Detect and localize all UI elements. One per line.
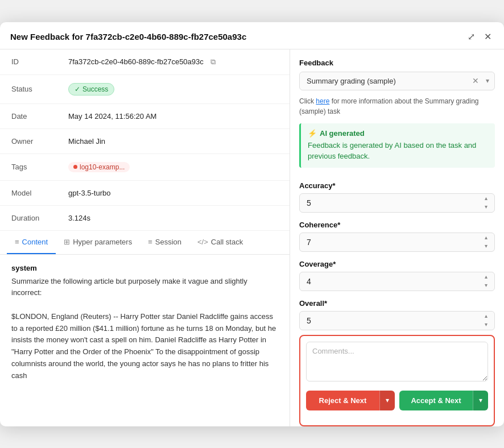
modal-header: New Feedback for 7fa372cb-c2e0-4b60-889c… — [0, 22, 504, 49]
id-row: ID 7fa372cb-c2e0-4b60-889c-fb27ce50a93c … — [0, 49, 290, 75]
right-panel: Feedback Summary grading (sample) ✕ ▾ Cl… — [290, 49, 504, 426]
copy-icon[interactable]: ⧉ — [210, 57, 216, 67]
model-label: Model — [11, 189, 68, 197]
accuracy-spinner: ▴ ▾ — [478, 194, 494, 211]
reject-dropdown-button[interactable]: ▾ — [379, 391, 395, 410]
tags-row: Tags log10-examp... — [0, 154, 290, 181]
check-icon: ✓ — [75, 85, 80, 93]
tag-dot — [73, 165, 77, 169]
coverage-label: Coverage* — [299, 260, 495, 268]
tags-label: Tags — [11, 163, 68, 171]
header-icons: ⤢ ✕ — [465, 30, 494, 43]
ai-banner: ⚡ AI generated Feedback is generated by … — [299, 123, 495, 168]
coherence-up-btn[interactable]: ▴ — [478, 234, 494, 242]
maximize-icon: ⤢ — [468, 32, 475, 42]
modal-body: ID 7fa372cb-c2e0-4b60-889c-fb27ce50a93c … — [0, 49, 504, 426]
bolt-icon: ⚡ — [308, 129, 317, 138]
accuracy-label: Accuracy* — [299, 181, 495, 190]
system-label: system — [11, 264, 278, 272]
status-label: Status — [11, 85, 68, 93]
duration-label: Duration — [11, 214, 68, 222]
accuracy-input[interactable] — [299, 193, 495, 213]
overall-label: Overall* — [299, 299, 495, 308]
tags-value: log10-examp... — [68, 162, 130, 172]
feedback-select[interactable]: Summary grading (sample) — [299, 72, 495, 90]
id-label: ID — [11, 57, 68, 66]
reject-chevron-icon: ▾ — [386, 396, 389, 404]
overall-spinner: ▴ ▾ — [478, 312, 494, 329]
tag-badge[interactable]: log10-examp... — [68, 162, 130, 172]
content-icon: ≡ — [15, 238, 19, 246]
feedback-info: Click here for more information about th… — [299, 96, 495, 117]
overall-input-wrapper: ▴ ▾ — [299, 311, 495, 330]
duration-value: 3.124s — [68, 214, 90, 222]
tabs-bar: ≡ Content ⊞ Hyper parameters ≡ Session <… — [0, 231, 290, 255]
system-text: Summarize the following article but purp… — [11, 276, 278, 382]
feedback-label: Feedback — [299, 59, 495, 67]
tab-session[interactable]: ≡ Session — [140, 231, 189, 254]
status-value: ✓ Success — [68, 83, 114, 96]
accuracy-input-wrapper: ▴ ▾ — [299, 193, 495, 213]
coherence-spinner: ▴ ▾ — [478, 234, 494, 251]
action-buttons: Reject & Next ▾ Accept & Next ▾ — [306, 391, 488, 410]
accuracy-down-btn[interactable]: ▾ — [478, 203, 494, 211]
action-area: Reject & Next ▾ Accept & Next ▾ — [299, 335, 495, 426]
coverage-input-wrapper: ▴ ▾ — [299, 272, 495, 291]
feedback-info-link[interactable]: here — [316, 97, 329, 105]
coverage-input[interactable] — [299, 272, 495, 291]
modal: New Feedback for 7fa372cb-c2e0-4b60-889c… — [0, 22, 504, 426]
maximize-button[interactable]: ⤢ — [465, 30, 477, 43]
model-row: Model gpt-3.5-turbo — [0, 181, 290, 206]
coherence-down-btn[interactable]: ▾ — [478, 242, 494, 251]
tab-hyper-parameters[interactable]: ⊞ Hyper parameters — [56, 231, 140, 254]
tab-content[interactable]: ≡ Content — [7, 231, 56, 254]
reject-next-button[interactable]: Reject & Next — [306, 391, 379, 410]
accept-next-button[interactable]: Accept & Next — [399, 391, 473, 410]
feedback-select-wrapper: Summary grading (sample) ✕ ▾ — [299, 72, 495, 90]
overall-up-btn[interactable]: ▴ — [478, 312, 494, 321]
owner-label: Owner — [11, 137, 68, 146]
id-value: 7fa372cb-c2e0-4b60-889c-fb27ce50a93c ⧉ — [68, 57, 216, 67]
params-icon: ⊞ — [64, 238, 70, 246]
date-row: Date May 14 2024, 11:56:20 AM — [0, 104, 290, 129]
accuracy-up-btn[interactable]: ▴ — [478, 194, 494, 203]
coherence-input[interactable] — [299, 233, 495, 252]
coverage-up-btn[interactable]: ▴ — [478, 273, 494, 281]
date-label: Date — [11, 112, 68, 121]
ai-banner-text: Feedback is generated by AI based on the… — [308, 140, 488, 162]
accept-chevron-icon: ▾ — [479, 396, 482, 404]
select-clear-icon[interactable]: ✕ — [472, 76, 479, 85]
status-badge: ✓ Success — [68, 83, 114, 96]
reject-button-group: Reject & Next ▾ — [306, 391, 395, 410]
close-button[interactable]: ✕ — [482, 30, 494, 43]
info-table: ID 7fa372cb-c2e0-4b60-889c-fb27ce50a93c … — [0, 49, 290, 231]
coverage-spinner: ▴ ▾ — [478, 273, 494, 290]
ai-banner-title: ⚡ AI generated — [308, 129, 488, 138]
owner-row: Owner Michael Jin — [0, 129, 290, 154]
comments-textarea[interactable] — [306, 342, 488, 381]
tab-call-stack[interactable]: </> Call stack — [189, 231, 251, 254]
coverage-down-btn[interactable]: ▾ — [478, 281, 494, 290]
callstack-icon: </> — [197, 238, 208, 246]
coherence-label: Coherence* — [299, 221, 495, 229]
content-area: system Summarize the following article b… — [0, 255, 290, 426]
coherence-input-wrapper: ▴ ▾ — [299, 233, 495, 252]
overall-down-btn[interactable]: ▾ — [478, 321, 494, 329]
duration-row: Duration 3.124s — [0, 206, 290, 231]
session-icon: ≡ — [148, 238, 152, 246]
left-panel: ID 7fa372cb-c2e0-4b60-889c-fb27ce50a93c … — [0, 49, 290, 426]
status-row: Status ✓ Success — [0, 75, 290, 104]
modal-title: New Feedback for 7fa372cb-c2e0-4b60-889c… — [10, 32, 246, 42]
close-icon: ✕ — [484, 32, 491, 42]
model-value: gpt-3.5-turbo — [68, 189, 110, 197]
accept-button-group: Accept & Next ▾ — [399, 391, 488, 410]
date-value: May 14 2024, 11:56:20 AM — [68, 112, 156, 121]
overall-input[interactable] — [299, 311, 495, 330]
accept-dropdown-button[interactable]: ▾ — [473, 391, 488, 410]
owner-value: Michael Jin — [68, 137, 105, 146]
